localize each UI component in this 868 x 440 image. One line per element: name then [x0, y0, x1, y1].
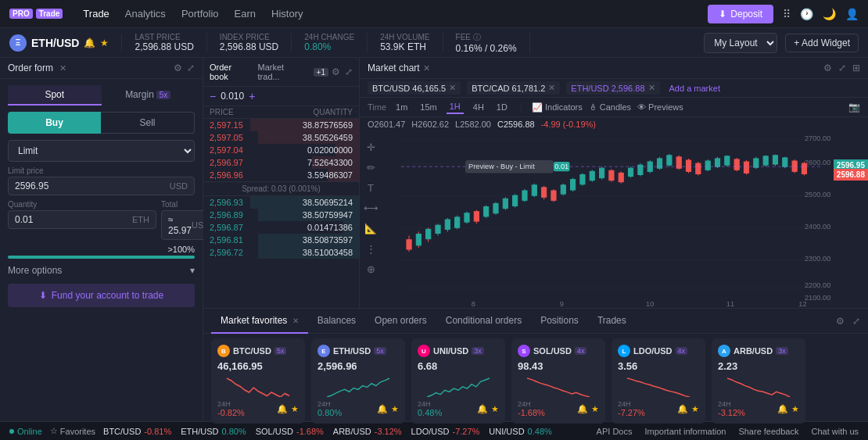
tab-trades[interactable]: Trades: [588, 309, 636, 334]
chart-tab-btcusd[interactable]: BTC/USD 46,165.5 ✕: [368, 81, 461, 95]
status-link[interactable]: Share feedback: [738, 427, 798, 436]
bell-icon[interactable]: 🔔: [84, 38, 95, 48]
chart-tab-btccad[interactable]: BTC/CAD 61,781.2 ✕: [467, 81, 560, 95]
limit-price-input[interactable]: [15, 181, 170, 191]
market-trades-tab[interactable]: Market trad...: [258, 63, 307, 81]
fav-card[interactable]: L LDO/USD 4x 3.56 24H -7.27% 🔔 ★: [612, 338, 705, 424]
ob-buy-row[interactable]: 2,596.72 38.51003458: [203, 246, 359, 259]
apps-icon[interactable]: ⠿: [783, 8, 791, 20]
fav-bell-icon[interactable]: 🔔: [377, 404, 388, 414]
fav-star-icon[interactable]: ★: [691, 404, 699, 414]
btcusd-close-icon[interactable]: ✕: [449, 83, 456, 93]
nav-portfolio[interactable]: Portfolio: [174, 8, 227, 20]
bottom-settings-icon[interactable]: ⚙: [836, 316, 845, 327]
moon-icon[interactable]: 🌙: [823, 8, 836, 20]
asset-pair[interactable]: Ξ ETH/USD 🔔 ★: [9, 34, 122, 52]
spread-plus-button[interactable]: +: [249, 90, 255, 102]
fund-account-button[interactable]: ⬇ Fund your account to trade: [8, 284, 195, 307]
fav-bell-icon[interactable]: 🔔: [477, 404, 488, 414]
measure-tool[interactable]: ⟷: [363, 200, 378, 216]
nav-analytics[interactable]: Analytics: [117, 8, 174, 20]
chart-expand-icon[interactable]: ⤢: [838, 63, 846, 73]
settings-icon[interactable]: ⚙: [174, 63, 182, 73]
fav-card[interactable]: E ETH/USD 5x 2,596.96 24H 0.80% 🔔 ★: [311, 338, 405, 424]
chart-settings-icon[interactable]: ⚙: [823, 63, 832, 73]
fav-card[interactable]: B BTC/USD 5x 46,166.95 24H -0.82% 🔔 ★: [211, 338, 305, 424]
fav-star-icon[interactable]: ★: [591, 404, 599, 414]
fav-card[interactable]: U UNI/USD 3x 6.68 24H 0.48% 🔔 ★: [411, 338, 505, 424]
chart-grid-icon[interactable]: ⊞: [852, 63, 860, 73]
order-type-select[interactable]: Limit: [8, 140, 195, 162]
fav-bell-icon[interactable]: 🔔: [277, 404, 288, 414]
expand-icon-ob[interactable]: ⤢: [345, 66, 353, 77]
more-tools[interactable]: ⋮: [363, 241, 378, 256]
btccad-close-icon[interactable]: ✕: [548, 83, 555, 93]
market-fav-close-icon[interactable]: ✕: [292, 317, 299, 325]
time-15m[interactable]: 15m: [417, 101, 439, 113]
crosshair-tool[interactable]: ✛: [363, 139, 378, 155]
fav-bell-icon[interactable]: 🔔: [677, 404, 688, 414]
time-1m[interactable]: 1m: [393, 101, 411, 113]
ob-buy-row[interactable]: 2,596.93 38.50695214: [203, 196, 359, 209]
tab-positions[interactable]: Positions: [531, 309, 588, 334]
buy-button[interactable]: Buy: [8, 112, 101, 134]
nav-trade[interactable]: Trade: [75, 8, 117, 20]
settings-icon-ob[interactable]: ⚙: [332, 66, 340, 77]
expand-icon[interactable]: ⤢: [187, 63, 195, 73]
sell-button[interactable]: Sell: [101, 112, 195, 134]
status-link[interactable]: Important information: [644, 427, 726, 436]
star-icon[interactable]: ★: [100, 38, 109, 48]
ticker-item[interactable]: BTC/USD-0.81%: [103, 427, 171, 436]
ob-sell-row[interactable]: 2,597.15 38.87576569: [203, 119, 359, 131]
favorites-link[interactable]: ☆ Favorites: [50, 426, 95, 436]
candles-button[interactable]: 🕯 Candles: [589, 102, 631, 112]
chart-tab-ethusd[interactable]: ETH/USD 2,596.88 ✕: [566, 81, 659, 95]
fav-star-icon[interactable]: ★: [391, 404, 399, 414]
time-4h[interactable]: 4H: [470, 101, 487, 113]
layout-select[interactable]: My Layout: [704, 33, 777, 53]
status-link[interactable]: Chat with us: [811, 427, 859, 436]
clock-icon[interactable]: 🕐: [800, 8, 813, 20]
ticker-item[interactable]: SOL/USD-1.68%: [256, 427, 324, 436]
margin-tab[interactable]: Margin5x: [102, 85, 195, 106]
user-icon[interactable]: 👤: [845, 8, 859, 20]
previews-button[interactable]: 👁 Previews: [637, 102, 683, 112]
tab-conditional-orders[interactable]: Conditional orders: [436, 309, 531, 334]
pen-tool[interactable]: ✏: [363, 159, 378, 175]
tab-open-orders[interactable]: Open orders: [365, 309, 436, 334]
tab-market-favorites[interactable]: Market favorites ✕: [211, 309, 308, 334]
ob-tab-book[interactable]: Order book: [210, 63, 252, 81]
ticker-item[interactable]: LDO/USD-7.27%: [411, 427, 480, 436]
fav-star-icon[interactable]: ★: [791, 404, 799, 414]
fav-bell-icon[interactable]: 🔔: [577, 404, 588, 414]
fav-card[interactable]: A ARB/USD 3x 2.23 24H -3.12% 🔔 ★: [712, 338, 805, 424]
ticker-item[interactable]: ETH/USD0.80%: [181, 427, 246, 436]
add-widget-button[interactable]: + Add Widget: [785, 34, 859, 52]
more-tabs-badge[interactable]: +1: [314, 68, 328, 77]
ob-sell-row[interactable]: 2,596.97 7.52643300: [203, 156, 359, 169]
trend-tool[interactable]: 📐: [363, 220, 378, 236]
camera-icon[interactable]: 📷: [848, 102, 860, 113]
ob-buy-row[interactable]: 2,596.89 38.50759947: [203, 209, 359, 221]
chart-close[interactable]: ✕: [423, 63, 430, 73]
indicators-button[interactable]: 📈 Indicators: [532, 102, 583, 113]
fav-bell-icon[interactable]: 🔔: [777, 404, 788, 414]
fav-card[interactable]: S SOL/USD 4x 98.43 24H -1.68% 🔔 ★: [511, 338, 605, 424]
deposit-button[interactable]: ⬇ Deposit: [708, 5, 773, 23]
more-options[interactable]: More options ▾: [8, 265, 195, 276]
add-market-button[interactable]: Add a market: [669, 84, 720, 93]
nav-earn[interactable]: Earn: [227, 8, 264, 20]
time-1h[interactable]: 1H: [447, 100, 464, 114]
nav-history[interactable]: History: [264, 8, 310, 20]
ethusd-close-icon[interactable]: ✕: [648, 83, 655, 93]
time-1d[interactable]: 1D: [493, 101, 511, 113]
ob-buy-row[interactable]: 2,596.81 38.50873597: [203, 234, 359, 246]
order-form-close[interactable]: ✕: [59, 63, 66, 73]
ob-sell-row[interactable]: 2,597.04 0.02000000: [203, 144, 359, 156]
spot-tab[interactable]: Spot: [8, 85, 102, 106]
bottom-expand-icon[interactable]: ⤢: [852, 316, 860, 327]
fav-star-icon[interactable]: ★: [491, 404, 499, 414]
text-tool[interactable]: T: [363, 180, 378, 195]
fav-star-icon[interactable]: ★: [291, 404, 299, 414]
ticker-item[interactable]: UNI/USD0.48%: [489, 427, 551, 436]
